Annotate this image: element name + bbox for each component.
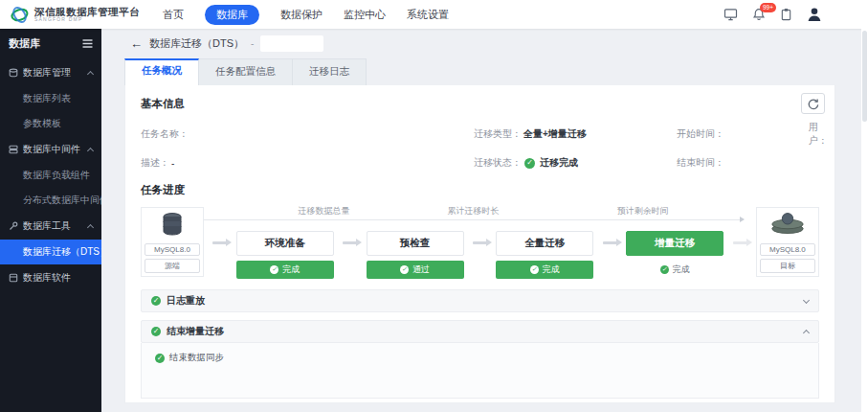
sidebar-item-db-list[interactable]: 数据库列表 bbox=[0, 86, 101, 111]
sidebar-group-db-software[interactable]: 数据库软件 bbox=[0, 264, 101, 291]
flow-arrow-icon bbox=[212, 241, 227, 244]
sidebar-title: 数据库 bbox=[9, 36, 40, 51]
scrollbar[interactable] bbox=[861, 29, 868, 412]
nav-item-data-protection[interactable]: 数据保护 bbox=[280, 8, 323, 22]
target-engine-tag: MySQL8.0 bbox=[760, 243, 815, 256]
user-label: 用户： bbox=[809, 121, 828, 148]
clipboard-icon[interactable] bbox=[780, 8, 792, 21]
task-name-field[interactable] bbox=[260, 35, 323, 52]
wrench-icon bbox=[9, 221, 18, 231]
nav-item-home[interactable]: 首页 bbox=[163, 8, 184, 22]
main-content: ← 数据库迁移（DTS） - 任务概况 任务配置信息 迁移日志 基本信息 任务名… bbox=[101, 29, 868, 412]
sidebar-group-db-management[interactable]: 数据库管理 bbox=[0, 59, 101, 86]
sidebar-item-param-template[interactable]: 参数模板 bbox=[0, 111, 101, 136]
description-value: - bbox=[171, 158, 174, 169]
flow-arrow-icon bbox=[603, 241, 617, 244]
breadcrumb-separator: - bbox=[251, 38, 254, 49]
database-icon bbox=[9, 68, 18, 78]
breadcrumb: ← 数据库迁移（DTS） - bbox=[101, 29, 868, 55]
user-avatar[interactable] bbox=[807, 7, 822, 22]
scrollbar-thumb[interactable] bbox=[862, 31, 867, 122]
sidebar-item-distributed-middleware[interactable]: 分布式数据库中间件 bbox=[0, 188, 101, 213]
success-check-icon bbox=[151, 327, 161, 336]
tab-bar: 任务概况 任务配置信息 迁移日志 bbox=[124, 58, 835, 85]
chevron-down-icon bbox=[803, 296, 810, 303]
check-icon bbox=[270, 265, 278, 274]
sidebar-group-db-tools[interactable]: 数据库工具 bbox=[0, 213, 101, 240]
logo-subtitle: SANGFOR DMP bbox=[34, 17, 140, 22]
breadcrumb-title: 数据库迁移（DTS） bbox=[149, 36, 244, 51]
sub-step-end-data-sync: 结束数据同步 bbox=[155, 352, 805, 364]
logo[interactable]: 深信服数据库管理平台 SANGFOR DMP bbox=[0, 5, 155, 25]
middleware-icon bbox=[9, 145, 18, 154]
flow-arrow-icon bbox=[473, 241, 487, 244]
chevron-up-icon bbox=[87, 71, 94, 78]
success-check-icon bbox=[151, 296, 161, 306]
sidebar-group-db-middleware[interactable]: 数据库中间件 bbox=[0, 136, 101, 163]
sidebar: 数据库 数据库管理 数据库列表 参数模板 数据库中间件 数据库负载组件 分布式数… bbox=[0, 29, 101, 412]
migration-status-value: 迁移完成 bbox=[540, 156, 578, 170]
description-label: 描述： bbox=[141, 156, 169, 170]
check-icon bbox=[660, 265, 669, 274]
source-role-tag: 源端 bbox=[145, 259, 200, 273]
task-name-label: 任务名称： bbox=[141, 127, 189, 141]
flow-arrow-icon bbox=[733, 241, 747, 244]
step-precheck: 预检查 通过 bbox=[367, 231, 464, 279]
nav-item-database[interactable]: 数据库 bbox=[205, 5, 259, 25]
accordion-end-incremental[interactable]: 结束增量迁移 bbox=[141, 320, 819, 343]
start-time-label: 开始时间： bbox=[677, 127, 724, 141]
check-icon bbox=[400, 265, 409, 274]
target-db-card: MySQL8.0 目标 bbox=[756, 207, 819, 277]
sidebar-item-db-migration-dts[interactable]: 数据库迁移（DTS） bbox=[0, 240, 101, 264]
sangfor-logo-icon bbox=[10, 5, 30, 25]
success-check-icon bbox=[524, 158, 535, 169]
top-header: 深信服数据库管理平台 SANGFOR DMP 首页 数据库 数据保护 监控中心 … bbox=[0, 0, 868, 29]
accordion-log-replay[interactable]: 日志重放 bbox=[141, 289, 819, 312]
flow-arrow-icon bbox=[343, 241, 357, 244]
source-db-card: MySQL8.0 源端 bbox=[141, 207, 204, 277]
section-title-task-progress: 任务进度 bbox=[141, 183, 819, 197]
source-database-icon bbox=[158, 212, 187, 237]
success-check-icon bbox=[155, 354, 165, 363]
migration-type-value: 全量+增量迁移 bbox=[523, 127, 587, 141]
nav-item-system-settings[interactable]: 系统设置 bbox=[407, 8, 449, 22]
source-engine-tag: MySQL8.0 bbox=[145, 243, 200, 256]
target-database-icon bbox=[768, 212, 807, 237]
screen-monitor-icon[interactable] bbox=[723, 8, 738, 21]
end-time-label: 结束时间： bbox=[677, 156, 724, 170]
status-badge: 完成 bbox=[626, 261, 723, 279]
nav-item-monitor-center[interactable]: 监控中心 bbox=[344, 8, 386, 22]
target-role-tag: 目标 bbox=[760, 259, 815, 273]
back-button[interactable]: ← bbox=[130, 37, 143, 50]
bell-icon[interactable]: 99+ bbox=[752, 8, 766, 21]
tab-migration-log[interactable]: 迁移日志 bbox=[293, 58, 367, 85]
basic-info-grid: 任务名称： 迁移类型： 全量+增量迁移 开始时间： 用户： 描述： - 迁移状态… bbox=[141, 121, 819, 170]
main-nav: 首页 数据库 数据保护 监控中心 系统设置 bbox=[163, 5, 449, 25]
status-badge: 完成 bbox=[496, 261, 593, 279]
section-title-basic-info: 基本信息 bbox=[141, 97, 819, 111]
software-box-icon bbox=[9, 273, 18, 283]
check-icon bbox=[530, 265, 539, 274]
status-badge: 通过 bbox=[367, 261, 464, 279]
refresh-button[interactable] bbox=[801, 93, 825, 114]
tab-task-config[interactable]: 任务配置信息 bbox=[199, 58, 293, 85]
migration-status-label: 迁移状态： bbox=[474, 156, 522, 170]
chevron-up-icon bbox=[87, 148, 94, 154]
step-full-migration: 全量迁移 完成 bbox=[496, 231, 593, 279]
tab-task-overview[interactable]: 任务概况 bbox=[124, 58, 199, 85]
status-badge: 完成 bbox=[236, 261, 334, 279]
migration-type-label: 迁移类型： bbox=[474, 127, 522, 141]
step-incremental-migration: 增量迁移 完成 bbox=[626, 231, 723, 279]
collapse-sidebar-icon[interactable] bbox=[82, 39, 93, 48]
sidebar-item-db-load-component[interactable]: 数据库负载组件 bbox=[0, 163, 101, 188]
chevron-up-icon bbox=[803, 330, 810, 336]
step-env-preparation: 环境准备 完成 bbox=[236, 231, 334, 279]
migration-flow: 迁移数据总量 累计迁移时长 预计剩余时间 MySQL8.0 源端 bbox=[141, 207, 819, 280]
accordion-end-incremental-body: 结束数据同步 bbox=[141, 343, 819, 399]
chevron-up-icon bbox=[87, 224, 94, 231]
content-card: 基本信息 任务名称： 迁移类型： 全量+增量迁移 开始时间： 用户： 描述： - bbox=[124, 85, 835, 403]
notification-badge: 99+ bbox=[760, 3, 776, 12]
